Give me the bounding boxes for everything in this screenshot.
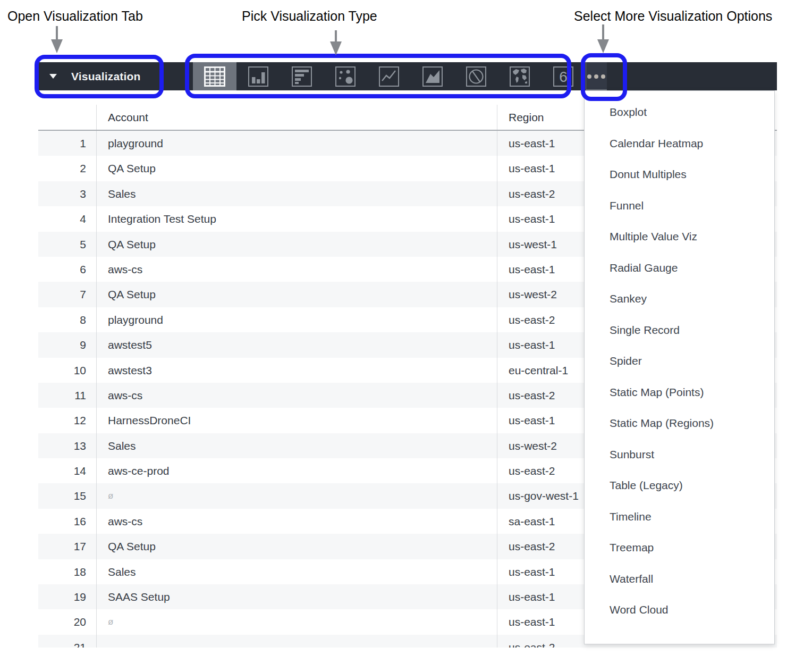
- account-column-header[interactable]: Account: [96, 105, 497, 130]
- viz-type-bar-button[interactable]: [236, 62, 280, 90]
- arrow-down-icon: [56, 26, 58, 40]
- viz-type-map-button[interactable]: [498, 62, 542, 90]
- menu-item-static-map-regions[interactable]: Static Map (Regions): [585, 408, 774, 439]
- row-number: 4: [38, 206, 96, 231]
- row-number-header: [38, 105, 96, 130]
- viz-type-table-button[interactable]: [193, 62, 236, 90]
- menu-item-calendar-heatmap[interactable]: Calendar Heatmap: [585, 128, 774, 159]
- viz-type-strip: 6: [193, 62, 585, 90]
- horizontal-bar-chart-icon: [292, 66, 312, 87]
- row-number: 21: [38, 635, 96, 648]
- column-divider: [497, 105, 497, 648]
- account-cell[interactable]: Sales: [96, 559, 497, 584]
- account-cell[interactable]: Sales: [96, 433, 497, 458]
- visualization-toolbar: Visualization: [38, 62, 777, 90]
- row-number: 3: [38, 181, 96, 206]
- row-number: 1: [38, 131, 96, 156]
- chevron-down-icon: [49, 74, 57, 79]
- annotation-select-more-options: Select More Visualization Options: [574, 9, 772, 24]
- account-cell[interactable]: QA Setup: [96, 282, 497, 307]
- row-number: 2: [38, 156, 96, 181]
- menu-item-funnel[interactable]: Funnel: [585, 190, 774, 222]
- account-cell[interactable]: Sales: [96, 181, 497, 206]
- menu-item-word-cloud[interactable]: Word Cloud: [585, 594, 774, 626]
- visualization-tab-toggle[interactable]: Visualization: [38, 62, 159, 90]
- bar-chart-icon: [248, 66, 268, 87]
- menu-item-sunburst[interactable]: Sunburst: [585, 439, 774, 471]
- row-number: 10: [38, 358, 96, 383]
- svg-text:6: 6: [559, 69, 568, 85]
- ellipsis-icon: [601, 74, 605, 79]
- arrow-down-icon: [330, 41, 342, 55]
- account-cell[interactable]: QA Setup: [96, 156, 497, 181]
- area-chart-icon: [422, 66, 443, 87]
- account-cell[interactable]: awstest5: [96, 332, 497, 357]
- account-cell[interactable]: playground: [96, 307, 497, 332]
- account-cell[interactable]: aws-cs: [96, 383, 497, 408]
- screenshot-page: Open Visualization Tab Pick Visualizatio…: [0, 0, 812, 655]
- menu-item-static-map-points[interactable]: Static Map (Points): [585, 377, 774, 408]
- viz-type-line-button[interactable]: [367, 62, 411, 90]
- menu-item-table-legacy[interactable]: Table (Legacy): [585, 470, 774, 501]
- pie-chart-icon: [466, 66, 486, 87]
- row-number: 18: [38, 559, 96, 584]
- viz-type-row-bar-button[interactable]: [280, 62, 324, 90]
- account-cell[interactable]: aws-ce-prod: [96, 458, 497, 483]
- account-cell[interactable]: awstest3: [96, 358, 497, 383]
- row-number: 7: [38, 282, 96, 307]
- account-cell[interactable]: [96, 635, 497, 648]
- arrow-down-icon: [602, 24, 604, 40]
- menu-item-radial-gauge[interactable]: Radial Gauge: [585, 253, 774, 284]
- more-visualization-options-button[interactable]: [586, 62, 607, 90]
- account-cell[interactable]: HarnessDroneCI: [96, 408, 497, 433]
- row-number: 9: [38, 332, 96, 357]
- annotation-open-visualization-tab: Open Visualization Tab: [7, 9, 143, 24]
- row-number: 11: [38, 383, 96, 408]
- account-cell[interactable]: aws-cs: [96, 509, 497, 534]
- viz-type-area-button[interactable]: [411, 62, 454, 90]
- viz-type-single-value-button[interactable]: 6: [542, 62, 585, 90]
- row-number: 17: [38, 534, 96, 559]
- more-visualizations-menu: BoxplotCalendar HeatmapDonut MultiplesFu…: [584, 90, 775, 644]
- row-number: 19: [38, 584, 96, 609]
- menu-item-treemap[interactable]: Treemap: [585, 532, 774, 564]
- menu-item-sankey[interactable]: Sankey: [585, 283, 774, 315]
- account-cell[interactable]: Integration Test Setup: [96, 206, 497, 231]
- menu-item-waterfall[interactable]: Waterfall: [585, 564, 774, 595]
- scatter-plot-icon: [335, 66, 356, 87]
- arrow-down-icon: [51, 39, 63, 53]
- account-cell[interactable]: aws-cs: [96, 257, 497, 282]
- account-cell[interactable]: QA Setup: [96, 534, 497, 559]
- menu-item-boxplot[interactable]: Boxplot: [585, 97, 774, 128]
- row-number: 8: [38, 307, 96, 332]
- column-divider: [96, 105, 97, 648]
- row-number: 15: [38, 483, 96, 508]
- menu-item-timeline[interactable]: Timeline: [585, 501, 774, 533]
- ellipsis-icon: [594, 74, 598, 79]
- world-map-icon: [510, 66, 530, 87]
- account-cell[interactable]: ø: [96, 609, 497, 634]
- single-value-icon: 6: [553, 66, 573, 87]
- menu-item-multiple-value-viz[interactable]: Multiple Value Viz: [585, 221, 774, 253]
- table-icon: [204, 66, 225, 87]
- ellipsis-icon: [587, 74, 591, 79]
- menu-item-spider[interactable]: Spider: [585, 346, 774, 377]
- row-number: 20: [38, 609, 96, 634]
- arrow-down-icon: [335, 30, 337, 42]
- account-cell[interactable]: ø: [96, 483, 497, 508]
- viz-type-scatter-button[interactable]: [324, 62, 367, 90]
- viz-type-pie-button[interactable]: [454, 62, 498, 90]
- annotation-pick-visualization-type: Pick Visualization Type: [242, 9, 377, 24]
- row-number: 6: [38, 257, 96, 282]
- row-number: 14: [38, 458, 96, 483]
- row-number: 12: [38, 408, 96, 433]
- account-cell[interactable]: QA Setup: [96, 232, 497, 257]
- row-number: 16: [38, 509, 96, 534]
- visualization-tab-label: Visualization: [71, 62, 141, 90]
- account-cell[interactable]: playground: [96, 131, 497, 156]
- account-cell[interactable]: SAAS Setup: [96, 584, 497, 609]
- line-chart-icon: [379, 66, 399, 87]
- menu-item-single-record[interactable]: Single Record: [585, 315, 774, 346]
- menu-item-donut-multiples[interactable]: Donut Multiples: [585, 159, 774, 190]
- row-number: 5: [38, 232, 96, 257]
